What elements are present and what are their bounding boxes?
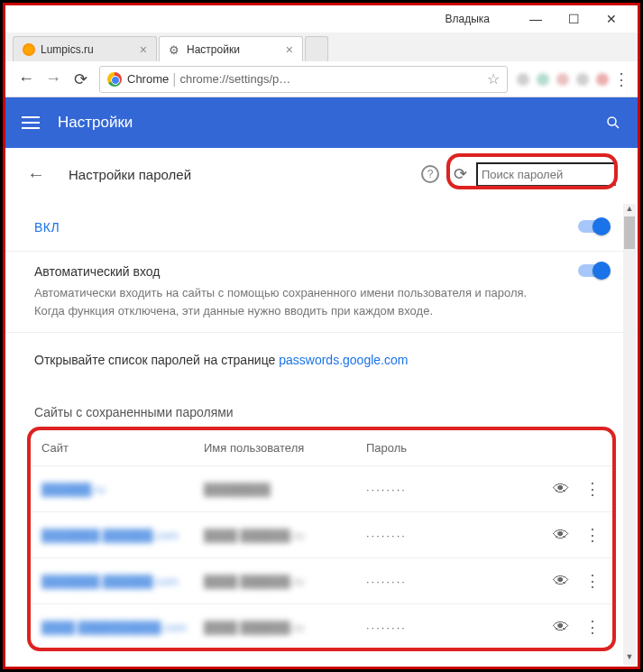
address-bar: ← → ⟳ Chrome | chrome://settings/p… ☆ ⋮ — [5, 61, 638, 97]
passwords-link-row: Открывайте список паролей на странице pa… — [5, 333, 638, 387]
scroll-thumb[interactable] — [624, 216, 635, 249]
maximize-button[interactable]: ☐ — [555, 6, 592, 32]
secure-label: Chrome — [127, 72, 169, 86]
cell-password: ········ — [366, 529, 553, 542]
auto-description: Автоматически входить на сайты с помощью… — [34, 284, 551, 319]
offer-save-row: ВКЛ — [5, 195, 638, 252]
bookmark-star-icon[interactable]: ☆ — [487, 70, 500, 87]
cell-user: ████████ — [204, 483, 366, 496]
tab-label: Lumpics.ru — [41, 43, 134, 56]
orange-icon — [23, 43, 35, 56]
svg-line-1 — [615, 124, 619, 128]
extension-icon[interactable] — [517, 73, 529, 86]
row-menu-button[interactable]: ⋮ — [583, 479, 602, 499]
tab-strip: Lumpics.ru × ⚙ Настройки × — [5, 32, 638, 61]
user-label: Владыка — [446, 13, 491, 25]
tab-settings[interactable]: ⚙ Настройки × — [159, 36, 303, 61]
scrollbar[interactable]: ▲ ▼ — [623, 204, 636, 665]
cell-site[interactable]: ███████.██████.com — [41, 529, 204, 542]
eye-icon[interactable]: 👁 — [553, 572, 574, 591]
table-row: ███████.██████.com ████ ██████.ru ······… — [29, 511, 614, 557]
separator: | — [172, 71, 176, 87]
sub-header: ← Настройки паролей ? ⟳ — [5, 148, 638, 195]
window-titlebar: Владыка — ☐ ✕ — [5, 5, 638, 32]
row-menu-button[interactable]: ⋮ — [583, 525, 602, 545]
cell-user: ████ ██████.ru — [204, 529, 366, 542]
settings-title: Настройки — [58, 114, 605, 132]
auto-signin-toggle[interactable] — [578, 264, 609, 277]
tab-lumpics[interactable]: Lumpics.ru × — [13, 36, 157, 61]
close-tab-icon[interactable]: × — [286, 42, 293, 57]
auto-heading: Автоматический вход — [34, 264, 551, 279]
hamburger-icon[interactable] — [22, 116, 40, 129]
cell-user: ████ ██████.ru — [204, 621, 366, 634]
search-icon[interactable] — [605, 115, 621, 131]
reload-button[interactable]: ⟳ — [67, 66, 94, 93]
cell-site[interactable]: ████.██████████.com — [41, 621, 204, 634]
col-password: Пароль — [366, 441, 602, 455]
extension-icon[interactable] — [556, 73, 569, 86]
password-table: Сайт Имя пользователя Пароль ██████.ru █… — [29, 430, 614, 649]
cell-site[interactable]: ███████.██████.com — [41, 575, 204, 588]
eye-icon[interactable]: 👁 — [553, 480, 574, 499]
minimize-button[interactable]: — — [517, 6, 555, 32]
password-search-input[interactable] — [476, 162, 616, 186]
table-header: Сайт Имя пользователя Пароль — [29, 430, 614, 465]
close-tab-icon[interactable]: × — [140, 42, 147, 57]
tab-label: Настройки — [187, 43, 280, 56]
cell-user: ████ ██████.ru — [204, 575, 366, 588]
cell-site[interactable]: ██████.ru — [41, 483, 204, 496]
svg-point-0 — [608, 117, 616, 125]
extension-icon[interactable] — [596, 73, 609, 86]
refresh-icon[interactable]: ⟳ — [454, 164, 467, 184]
back-arrow-icon[interactable]: ← — [27, 164, 45, 185]
new-tab-button[interactable] — [305, 36, 328, 61]
link-prefix: Открывайте список паролей на странице — [34, 353, 279, 367]
row-menu-button[interactable]: ⋮ — [583, 617, 602, 637]
settings-header: Настройки — [5, 97, 638, 148]
passwords-google-link[interactable]: passwords.google.com — [279, 353, 408, 367]
cell-password: ········ — [366, 621, 553, 634]
extension-icon[interactable] — [576, 73, 589, 86]
offer-save-toggle[interactable] — [578, 220, 609, 233]
auto-signin-row: Автоматический вход Автоматически входит… — [5, 252, 638, 333]
table-row: ███████.██████.com ████ ██████.ru ······… — [29, 557, 614, 603]
browser-menu-button[interactable]: ⋮ — [612, 69, 630, 89]
row-menu-button[interactable]: ⋮ — [583, 571, 602, 591]
table-row: ████.██████████.com ████ ██████.ru ·····… — [29, 603, 614, 649]
scroll-down-arrow[interactable]: ▼ — [623, 652, 636, 665]
extensions-area — [513, 73, 612, 86]
page-subtitle: Настройки паролей — [69, 167, 421, 182]
on-label: ВКЛ — [34, 220, 60, 235]
saved-passwords-heading: Сайты с сохраненными паролями — [5, 387, 638, 427]
chrome-icon — [107, 72, 122, 87]
close-window-button[interactable]: ✕ — [592, 6, 630, 32]
extension-icon[interactable] — [537, 73, 549, 86]
gear-icon: ⚙ — [169, 43, 181, 56]
scroll-up-arrow[interactable]: ▲ — [623, 204, 636, 216]
settings-body: ← Настройки паролей ? ⟳ ВКЛ Автоматическ… — [5, 148, 638, 667]
cell-password: ········ — [366, 483, 553, 496]
col-user: Имя пользователя — [204, 441, 366, 455]
eye-icon[interactable]: 👁 — [553, 526, 574, 545]
col-site: Сайт — [41, 441, 204, 455]
back-button[interactable]: ← — [13, 66, 40, 93]
content-area: Настройки ← Настройки паролей ? ⟳ ВКЛ Ав… — [5, 97, 638, 667]
cell-password: ········ — [366, 575, 553, 588]
table-row: ██████.ru ████████ ········ 👁 ⋮ — [29, 465, 614, 511]
eye-icon[interactable]: 👁 — [553, 618, 574, 637]
forward-button[interactable]: → — [40, 66, 67, 93]
help-icon[interactable]: ? — [421, 165, 439, 183]
omnibox[interactable]: Chrome | chrome://settings/p… ☆ — [99, 66, 508, 93]
url-text: chrome://settings/p… — [179, 72, 487, 86]
